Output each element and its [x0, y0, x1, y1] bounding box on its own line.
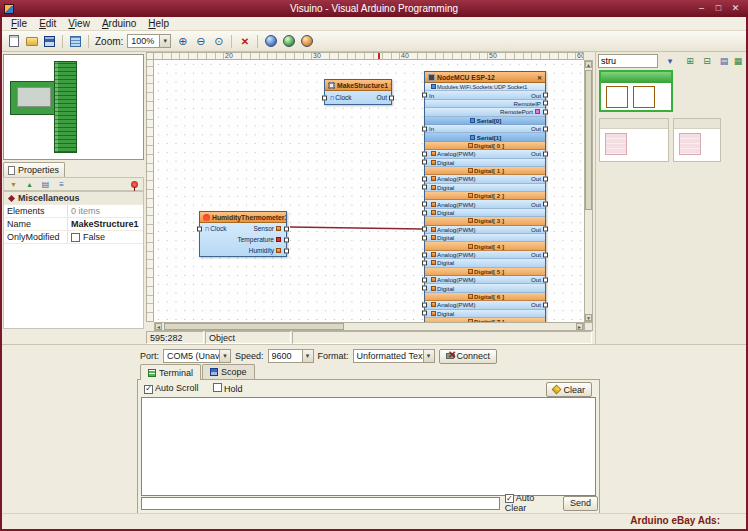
scroll-right-icon[interactable]: ►: [576, 323, 583, 330]
delete-button[interactable]: ✕: [236, 33, 253, 49]
component-thumbnail[interactable]: [606, 86, 628, 108]
close-button[interactable]: ✕: [727, 0, 744, 15]
block-makestructure1[interactable]: MakeStructure1 ✎ ⊓ Clock Out: [324, 79, 392, 105]
menu-arduino[interactable]: Arduino: [96, 18, 142, 29]
component-search-input[interactable]: [598, 54, 658, 68]
pin-analog-out[interactable]: [543, 202, 548, 207]
save-button[interactable]: [41, 33, 58, 49]
pin-analog-in[interactable]: [422, 202, 427, 207]
pin-digital-in[interactable]: [422, 311, 427, 316]
property-row-elements[interactable]: Elements0 items: [4, 205, 143, 218]
menu-help[interactable]: Help: [142, 18, 175, 29]
property-value[interactable]: MakeStructure1: [68, 218, 143, 230]
format-select[interactable]: Unformatted Text: [353, 349, 435, 363]
send-button[interactable]: Send: [563, 496, 598, 511]
pin-in[interactable]: [422, 126, 427, 131]
about-button[interactable]: [298, 33, 315, 49]
block-humiditythermometer1[interactable]: HumidityThermometer1 ⊓ Clock Sensor Temp…: [199, 211, 287, 257]
close-panel-button[interactable]: ✕: [448, 349, 456, 360]
design-canvas[interactable]: MakeStructure1 ✎ ⊓ Clock Out HumidityThe…: [154, 60, 584, 322]
checkbox-unchecked-icon[interactable]: [71, 233, 80, 242]
block-header[interactable]: NodeMCU ESP-12 ✕: [425, 72, 545, 83]
menu-view[interactable]: View: [62, 18, 96, 29]
auto-clear-checkbox[interactable]: ✓ Auto Clear: [505, 493, 557, 514]
pin-analog-in[interactable]: [422, 151, 427, 156]
pin-clock[interactable]: [197, 226, 202, 231]
help-button[interactable]: [280, 33, 297, 49]
web-button[interactable]: [262, 33, 279, 49]
menu-edit[interactable]: Edit: [33, 18, 62, 29]
category-view-icon[interactable]: ▤: [38, 178, 53, 190]
component-thumbnail[interactable]: [605, 133, 627, 155]
toolbox-group-header[interactable]: [600, 119, 668, 129]
pin-analog-out[interactable]: [543, 302, 548, 307]
scroll-down-icon[interactable]: ▼: [585, 314, 592, 321]
header-menu-icon[interactable]: ✕: [537, 74, 542, 81]
block-header[interactable]: HumidityThermometer1: [200, 212, 286, 223]
property-value[interactable]: 0 items: [68, 205, 143, 217]
property-row-onlymodified[interactable]: OnlyModifiedFalse: [4, 231, 143, 244]
send-input[interactable]: [141, 497, 500, 510]
pin-digital-in[interactable]: [422, 286, 427, 291]
filter-icon[interactable]: ▾: [6, 178, 21, 190]
toolbox-group[interactable]: [599, 118, 669, 162]
collapse-all-icon[interactable]: ⊟: [699, 54, 715, 68]
speed-select[interactable]: 9600: [268, 349, 314, 363]
auto-scroll-checkbox[interactable]: ✓ Auto Scroll: [144, 383, 199, 394]
pin-analog-in[interactable]: [422, 227, 427, 232]
expand-all-icon[interactable]: ⊞: [682, 54, 698, 68]
pin-remoteip[interactable]: [543, 101, 548, 106]
pin-humidity[interactable]: [284, 248, 289, 253]
open-button[interactable]: [23, 33, 40, 49]
property-category-row[interactable]: Miscellaneous: [4, 192, 143, 205]
canvas-vertical-scrollbar[interactable]: ▲ ▼: [584, 60, 593, 322]
edit-pencil-icon[interactable]: ✎: [390, 82, 391, 89]
block-header[interactable]: MakeStructure1 ✎: [325, 80, 391, 91]
pin-clock[interactable]: [322, 95, 327, 100]
tab-properties[interactable]: Properties: [3, 162, 65, 177]
toolbox-group-selected[interactable]: [599, 70, 673, 112]
pin-digital-in[interactable]: [422, 160, 427, 165]
pin-remoteport[interactable]: [543, 109, 548, 114]
maximize-button[interactable]: □: [710, 0, 727, 15]
pin-digital-in[interactable]: [422, 260, 427, 265]
scroll-left-icon[interactable]: ◄: [155, 323, 162, 330]
component-thumbnail[interactable]: [679, 133, 701, 155]
menu-file[interactable]: File: [5, 18, 33, 29]
canvas-horizontal-scrollbar[interactable]: ◄ ►: [154, 322, 584, 331]
grid-view-icon[interactable]: ▦: [730, 54, 746, 68]
zoom-reset-button[interactable]: ⊙: [210, 33, 227, 49]
zoom-out-button[interactable]: ⊖: [192, 33, 209, 49]
list-view-icon[interactable]: ≡: [54, 178, 69, 190]
pin-analog-in[interactable]: [422, 277, 427, 282]
component-thumbnail[interactable]: [633, 86, 655, 108]
new-sketch-button[interactable]: [5, 33, 22, 49]
pin-analog-in[interactable]: [422, 176, 427, 181]
pin-digital-in[interactable]: [422, 235, 427, 240]
search-filter-icon[interactable]: ▾: [662, 54, 678, 68]
pin-digital-in[interactable]: [422, 210, 427, 215]
port-select[interactable]: COM5 (Unava: [163, 349, 231, 363]
block-nodemcu-esp12[interactable]: NodeMCU ESP-12 ✕ Modules:WiFi.Sockets:UD…: [424, 71, 546, 322]
pin-analog-out[interactable]: [543, 151, 548, 156]
pin-out[interactable]: [543, 126, 548, 131]
property-row-name[interactable]: NameMakeStructure1: [4, 218, 143, 231]
hold-checkbox[interactable]: Hold: [213, 383, 243, 394]
pin-analog-in[interactable]: [422, 302, 427, 307]
property-value[interactable]: False: [68, 231, 143, 243]
pin-in[interactable]: [422, 93, 427, 98]
toolbox-group[interactable]: [673, 118, 721, 162]
pin-out[interactable]: [389, 95, 394, 100]
minimize-button[interactable]: –: [693, 0, 710, 15]
pin-analog-out[interactable]: [543, 277, 548, 282]
scrollbar-thumb[interactable]: [585, 70, 592, 210]
clear-button[interactable]: Clear: [546, 382, 592, 397]
tab-scope[interactable]: Scope: [202, 364, 255, 379]
pin-icon[interactable]: [131, 181, 138, 188]
pin-sensor[interactable]: [284, 226, 289, 231]
zoom-in-button[interactable]: ⊕: [174, 33, 191, 49]
pin-analog-out[interactable]: [543, 227, 548, 232]
sort-icon[interactable]: ▴: [22, 178, 37, 190]
pin-digital-in[interactable]: [422, 185, 427, 190]
terminal-output[interactable]: [141, 397, 596, 496]
